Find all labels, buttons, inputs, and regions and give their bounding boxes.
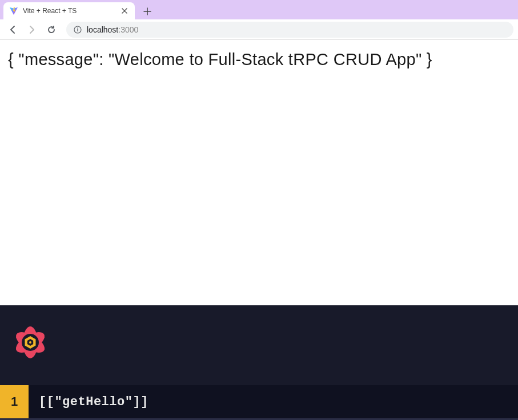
close-tab-button[interactable]: [120, 6, 129, 15]
navigation-bar: localhost:3000: [0, 19, 518, 40]
forward-button[interactable]: [24, 22, 40, 38]
svg-point-9: [29, 341, 31, 344]
json-message-display: { "message": "Welcome to Full-Stack tRPC…: [8, 50, 510, 69]
svg-rect-2: [77, 29, 78, 31]
devtools-header: [0, 305, 518, 385]
back-button[interactable]: [5, 22, 21, 38]
react-query-logo-icon: [10, 322, 50, 362]
react-query-devtools: 1 [["getHello"]]: [0, 305, 518, 420]
site-info-icon[interactable]: [73, 25, 82, 34]
tab-title: Vite + React + TS: [23, 7, 120, 15]
browser-tab[interactable]: Vite + React + TS: [3, 2, 135, 19]
address-bar[interactable]: localhost:3000: [66, 22, 513, 38]
query-list-item[interactable]: 1 [["getHello"]]: [0, 385, 518, 418]
query-key: [["getHello"]]: [29, 385, 148, 418]
page-content: { "message": "Welcome to Full-Stack tRPC…: [0, 40, 518, 79]
new-tab-button[interactable]: [139, 3, 155, 19]
reload-button[interactable]: [43, 22, 59, 38]
svg-point-1: [77, 27, 78, 29]
tab-bar: Vite + React + TS: [0, 0, 518, 19]
url-text: localhost:3000: [87, 25, 138, 34]
url-host: localhost: [87, 25, 118, 34]
url-port: :3000: [118, 25, 138, 34]
query-observer-count: 1: [0, 385, 29, 418]
vite-favicon-icon: [9, 6, 18, 15]
